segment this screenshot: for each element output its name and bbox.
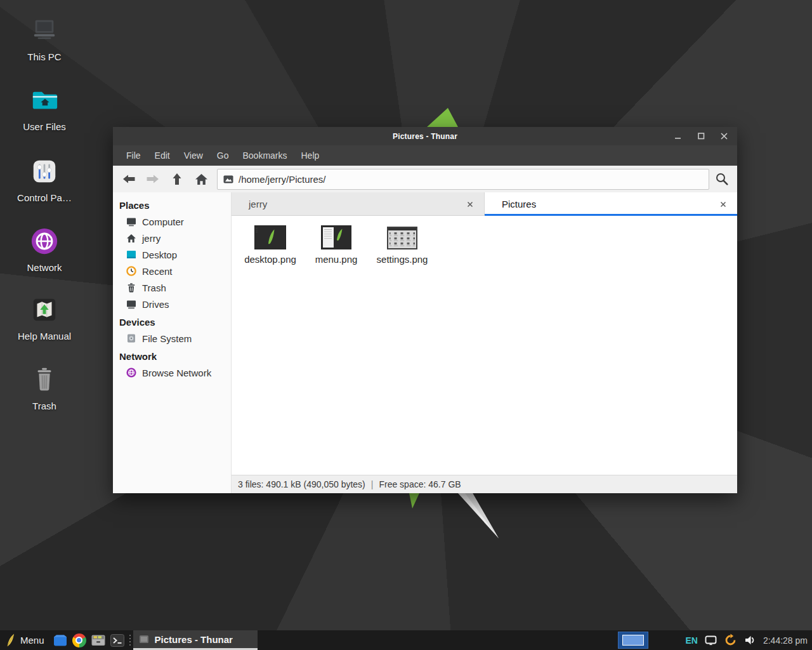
sidebar-item-trash[interactable]: Trash [113, 279, 231, 296]
start-menu-label: Menu [20, 635, 44, 646]
tab-bar: jerry Pictures [232, 192, 737, 216]
search-button[interactable] [709, 168, 735, 190]
status-free-space-text: Free space: 46.7 GB [379, 479, 461, 489]
file-manager-launcher[interactable] [51, 630, 70, 650]
desktop-icon-help-manual[interactable]: Help Manual [10, 295, 79, 342]
tab-pictures[interactable]: Pictures [485, 192, 737, 216]
tab-close-icon[interactable] [464, 199, 476, 210]
status-separator: | [371, 479, 374, 489]
menu-edit[interactable]: Edit [148, 145, 177, 166]
sidebar-item-label: Recent [142, 266, 173, 277]
sidebar-item-browse-network[interactable]: Browse Network [113, 364, 231, 381]
menu-bar: File Edit View Go Bookmarks Help [113, 145, 737, 166]
tab-label: Pictures [502, 199, 536, 209]
desktop-icon-label: User Files [10, 121, 79, 132]
control-panel-icon [10, 156, 79, 187]
forward-button[interactable] [141, 168, 165, 190]
file-manager-icon [53, 634, 68, 647]
folder-picture-icon [223, 175, 233, 183]
tasklist-handle[interactable] [127, 630, 133, 650]
sidebar-item-drives[interactable]: Drives [113, 296, 231, 312]
desktop-icon-trash[interactable]: Trash [10, 364, 79, 411]
file-view[interactable]: desktop.png menu.pn [232, 216, 737, 475]
sidebar: Places Computer jerry Desktop [113, 192, 232, 493]
menu-bookmarks[interactable]: Bookmarks [235, 145, 294, 166]
trash-icon [125, 282, 137, 293]
desktop-icon-label: Control Pa… [10, 192, 79, 203]
home-icon [125, 234, 137, 243]
menu-help[interactable]: Help [294, 145, 327, 166]
sidebar-header-places: Places [113, 197, 231, 213]
network-globe-icon [10, 226, 79, 256]
tab-label: jerry [249, 199, 267, 209]
back-button[interactable] [117, 168, 141, 190]
desktop-root: { "desktop": { "icons": [ {"label": "Thi… [0, 0, 812, 650]
menu-go[interactable]: Go [210, 145, 236, 166]
sidebar-header-devices: Devices [113, 314, 231, 330]
start-menu-button[interactable]: Menu [0, 630, 51, 650]
user-files-folder-icon [10, 85, 79, 116]
clock-icon [125, 265, 137, 277]
drives-icon [125, 299, 137, 310]
maximize-button[interactable] [694, 129, 708, 143]
file-name: settings.png [370, 254, 434, 265]
chrome-launcher[interactable] [70, 630, 89, 650]
sidebar-item-label: Drives [142, 299, 169, 310]
sidebar-item-file-system[interactable]: File System [113, 330, 231, 347]
display-tray-icon[interactable] [705, 635, 717, 646]
current-path: /home/jerry/Pictures/ [239, 174, 326, 185]
menu-file[interactable]: File [119, 145, 148, 166]
up-button[interactable] [165, 168, 189, 190]
task-window-icon [139, 634, 149, 644]
close-button[interactable] [717, 129, 731, 143]
keyboard-layout-indicator[interactable]: EN [685, 635, 697, 646]
file-settings-png[interactable]: settings.png [370, 222, 434, 265]
file-menu-png[interactable]: menu.png [304, 222, 368, 265]
sidebar-item-label: Trash [142, 282, 166, 293]
minimize-button[interactable] [671, 129, 685, 143]
update-manager-icon[interactable] [724, 633, 737, 647]
tab-jerry[interactable]: jerry [232, 192, 485, 216]
thunar-window: Pictures - Thunar File Edit View Go Book… [113, 127, 737, 493]
desktop-icon-label: This PC [10, 51, 79, 62]
workspace-switcher[interactable] [618, 632, 648, 649]
sidebar-item-desktop[interactable]: Desktop [113, 246, 231, 263]
file-desktop-png[interactable]: desktop.png [239, 222, 302, 265]
system-tray: EN 2:44:28 pm [685, 633, 808, 647]
desktop-icon-this-pc[interactable]: This PC [10, 15, 79, 62]
globe-icon [125, 367, 137, 378]
sidebar-item-label: Browse Network [142, 368, 211, 378]
active-tab-indicator [485, 214, 737, 216]
desktop-icon-network[interactable]: Network [10, 226, 79, 273]
path-bar[interactable]: /home/jerry/Pictures/ [217, 169, 709, 190]
window-title: Pictures - Thunar [393, 132, 457, 141]
file-name: desktop.png [239, 254, 302, 265]
desktop-icon [125, 249, 137, 260]
active-workspace[interactable] [622, 635, 644, 646]
terminal-launcher[interactable] [108, 630, 127, 650]
file-cabinet-launcher[interactable] [89, 630, 108, 650]
file-name: menu.png [304, 254, 368, 265]
chrome-icon [72, 633, 86, 647]
window-titlebar[interactable]: Pictures - Thunar [113, 127, 737, 145]
computer-icon [125, 216, 137, 227]
sidebar-item-label: jerry [142, 233, 160, 244]
taskbar-window-button[interactable]: Pictures - Thunar [133, 630, 258, 650]
sidebar-item-computer[interactable]: Computer [113, 213, 231, 230]
menu-view[interactable]: View [177, 145, 210, 166]
sidebar-item-jerry[interactable]: jerry [113, 230, 231, 246]
desktop-icon-user-files[interactable]: User Files [10, 85, 79, 132]
image-thumbnail [239, 222, 302, 249]
task-window-label: Pictures - Thunar [155, 634, 233, 645]
status-files-text: 3 files: 490.1 kB (490,050 bytes) [238, 479, 365, 489]
tab-close-icon[interactable] [717, 199, 729, 210]
status-bar: 3 files: 490.1 kB (490,050 bytes) | Free… [232, 475, 737, 493]
desktop-icon-control-panel[interactable]: Control Pa… [10, 156, 79, 203]
sidebar-item-label: Desktop [142, 249, 177, 260]
sidebar-header-network: Network [113, 348, 231, 364]
home-button[interactable] [189, 168, 213, 190]
sidebar-item-recent[interactable]: Recent [113, 263, 231, 279]
volume-icon[interactable] [744, 635, 756, 646]
taskbar-clock[interactable]: 2:44:28 pm [763, 635, 808, 646]
help-manual-icon [10, 295, 79, 325]
